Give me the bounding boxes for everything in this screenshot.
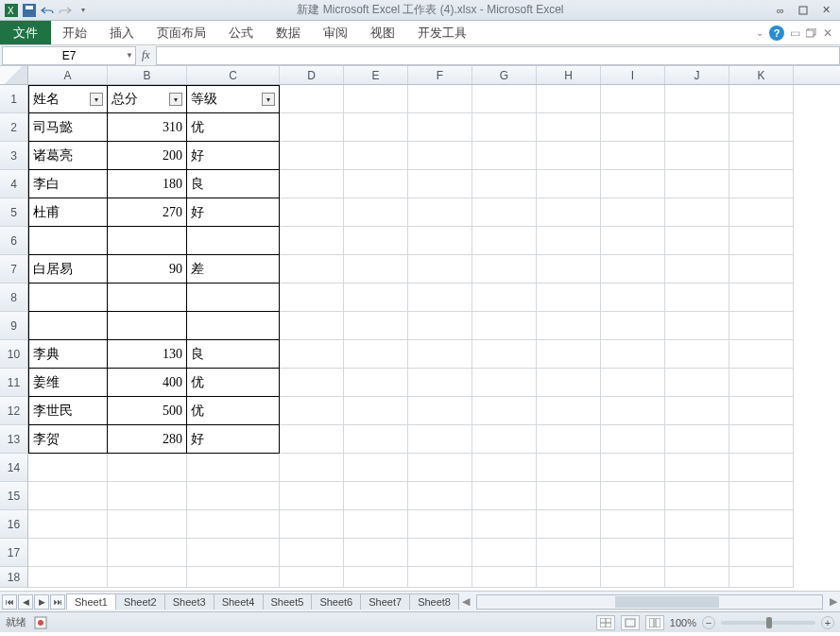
- cell[interactable]: [408, 170, 472, 198]
- cell[interactable]: [665, 170, 729, 198]
- cell[interactable]: [344, 397, 408, 425]
- cell[interactable]: [280, 539, 344, 567]
- cell[interactable]: 90: [108, 255, 187, 284]
- cell[interactable]: [187, 454, 280, 482]
- cell[interactable]: [729, 284, 794, 312]
- cell[interactable]: [280, 255, 344, 284]
- row-header[interactable]: 11: [0, 369, 28, 397]
- cell[interactable]: [537, 369, 601, 397]
- cell[interactable]: [472, 255, 537, 284]
- cell[interactable]: [601, 482, 665, 510]
- cell[interactable]: 差: [187, 255, 280, 284]
- cell[interactable]: [187, 510, 280, 539]
- row-header[interactable]: 13: [0, 425, 28, 454]
- cell[interactable]: [344, 198, 408, 227]
- cell[interactable]: [28, 510, 108, 539]
- tab-developer[interactable]: 开发工具: [406, 21, 478, 44]
- cell[interactable]: [729, 198, 794, 227]
- cell[interactable]: [28, 539, 108, 567]
- col-header-H[interactable]: H: [537, 66, 601, 84]
- cell[interactable]: [472, 369, 537, 397]
- row-header[interactable]: 8: [0, 284, 28, 312]
- row-header[interactable]: 5: [0, 198, 28, 227]
- cell[interactable]: 好: [187, 198, 280, 227]
- select-all-corner[interactable]: [0, 66, 28, 84]
- cell[interactable]: [108, 284, 187, 312]
- file-tab[interactable]: 文件: [0, 21, 51, 44]
- sheet-last-icon[interactable]: ⏭: [50, 594, 65, 610]
- cell[interactable]: [665, 85, 729, 113]
- cell[interactable]: [408, 454, 472, 482]
- cell[interactable]: [408, 482, 472, 510]
- cell[interactable]: 优: [187, 397, 280, 425]
- cell[interactable]: [472, 567, 537, 588]
- cell[interactable]: 270: [108, 198, 187, 227]
- cell[interactable]: [537, 397, 601, 425]
- cell[interactable]: 好: [187, 425, 280, 454]
- cell[interactable]: 总分▾: [108, 85, 187, 113]
- cell[interactable]: [537, 227, 601, 255]
- view-page-break-icon[interactable]: [645, 615, 664, 630]
- cell[interactable]: [344, 482, 408, 510]
- cell[interactable]: [108, 482, 187, 510]
- cell[interactable]: [665, 113, 729, 142]
- sheet-prev-icon[interactable]: ◀: [18, 594, 33, 610]
- tab-view[interactable]: 视图: [359, 21, 406, 44]
- sheet-tab-8[interactable]: Sheet8: [409, 593, 459, 610]
- tab-formulas[interactable]: 公式: [217, 21, 265, 44]
- cell[interactable]: 310: [108, 113, 187, 142]
- cell[interactable]: [537, 113, 601, 142]
- cell[interactable]: [665, 284, 729, 312]
- cell[interactable]: [472, 340, 537, 369]
- cell[interactable]: [187, 539, 280, 567]
- cell[interactable]: [665, 227, 729, 255]
- cell[interactable]: [665, 567, 729, 588]
- cell[interactable]: [28, 284, 108, 312]
- cell[interactable]: [344, 284, 408, 312]
- cell[interactable]: [408, 369, 472, 397]
- zoom-in-icon[interactable]: +: [821, 616, 834, 629]
- cell[interactable]: [537, 198, 601, 227]
- cell[interactable]: [472, 397, 537, 425]
- cell[interactable]: [108, 454, 187, 482]
- cell[interactable]: [187, 227, 280, 255]
- cell[interactable]: [729, 369, 794, 397]
- cell[interactable]: 司马懿: [28, 113, 108, 142]
- cell[interactable]: [280, 170, 344, 198]
- cell[interactable]: [601, 284, 665, 312]
- cell[interactable]: [280, 85, 344, 113]
- filter-dropdown-icon[interactable]: ▾: [262, 93, 275, 106]
- cell[interactable]: [665, 482, 729, 510]
- cell[interactable]: 500: [108, 397, 187, 425]
- cell[interactable]: [472, 142, 537, 170]
- horizontal-scrollbar[interactable]: [476, 594, 823, 610]
- cell[interactable]: [472, 85, 537, 113]
- restore-icon[interactable]: [795, 4, 812, 17]
- cell[interactable]: 130: [108, 340, 187, 369]
- cell[interactable]: [344, 170, 408, 198]
- fx-icon[interactable]: fx: [142, 48, 150, 62]
- cell[interactable]: 好: [187, 142, 280, 170]
- row-header[interactable]: 15: [0, 482, 28, 510]
- cell[interactable]: [729, 482, 794, 510]
- sheet-tab-2[interactable]: Sheet2: [115, 593, 165, 610]
- cell[interactable]: 400: [108, 369, 187, 397]
- cell[interactable]: [729, 227, 794, 255]
- cell[interactable]: [28, 454, 108, 482]
- cell[interactable]: [601, 170, 665, 198]
- cell[interactable]: [601, 454, 665, 482]
- ribbon-close-icon[interactable]: ✕: [823, 26, 832, 40]
- row-header[interactable]: 7: [0, 255, 28, 284]
- sheet-first-icon[interactable]: ⏮: [2, 594, 17, 610]
- ribbon-restore-icon[interactable]: [806, 28, 817, 38]
- cell[interactable]: 280: [108, 425, 187, 454]
- view-page-layout-icon[interactable]: [621, 615, 640, 630]
- cell[interactable]: [729, 454, 794, 482]
- cell[interactable]: [601, 397, 665, 425]
- cell[interactable]: [187, 567, 280, 588]
- cell[interactable]: 姓名▾: [28, 85, 108, 113]
- cell[interactable]: [729, 113, 794, 142]
- cell[interactable]: [408, 198, 472, 227]
- cell[interactable]: [472, 482, 537, 510]
- cell[interactable]: [28, 227, 108, 255]
